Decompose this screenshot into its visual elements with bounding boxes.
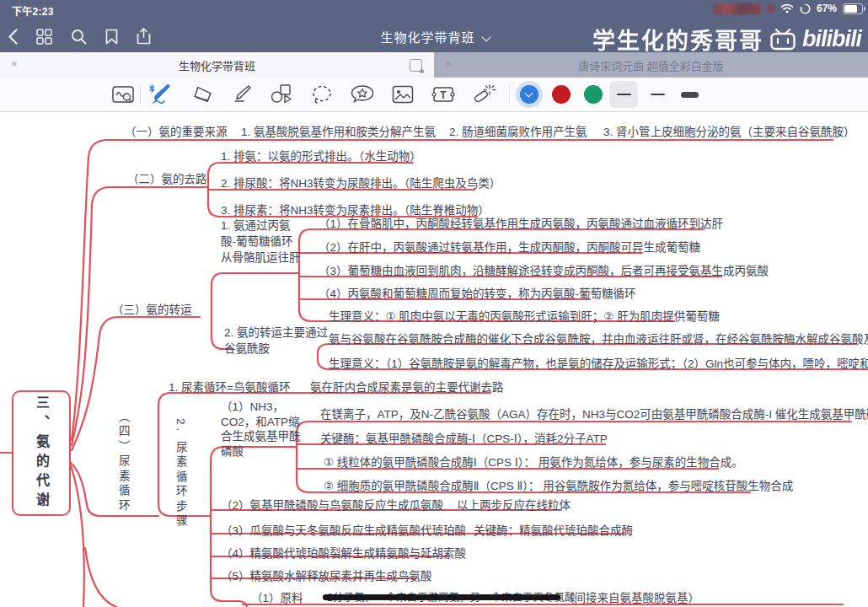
branch-3-detail: 氨与谷氨酸在谷氨酰胺合成酶的催化下合成谷氨酰胺，并由血液运往肝或肾，在经谷氨酰胺… [329, 330, 868, 346]
branch-4-step: （1）NH3，CO2，和ATP缩合生成氨基甲酰磷酸 [221, 400, 310, 459]
highlighter-tool[interactable] [226, 78, 256, 111]
branch-3-detail: （3）葡萄糖由血液回到肌肉，沿糖酵解途径转变成丙酮酸，后者可再接受氨基生成丙氨酸 [319, 261, 769, 278]
notes-app-window: 下午2:23 67% [0, 0, 868, 607]
branch-4-sub2: 2. 尿素循环步骤 [174, 418, 186, 529]
branch-4-note: 关键酶：精氨酸代琥珀酸合成酶 [474, 521, 633, 538]
clock: 下午2:23 [12, 3, 54, 18]
branch-4-note: （间接来自氨基酸脱氨基） [563, 588, 699, 605]
branch-3-detail: 生理意义：① 肌肉中氨以无毒的丙氨酸形式运输到肝；② 肝为肌肉提供葡萄糖 [329, 307, 720, 324]
branch-4-note: 氨在肝内合成尿素是氨的主要代谢去路 [310, 378, 504, 395]
tab-label: 生物化学带背班 [179, 57, 255, 73]
page-manager-icon[interactable] [410, 59, 422, 72]
branch-4-step: （3）瓜氨酸与天冬氨酸反应生成精氨酸代琥珀酸 [221, 521, 466, 538]
blurred-recording-badge [714, 3, 761, 14]
text-tool[interactable]: T [428, 78, 458, 111]
branch-2-item: 1. 排氨：以氨的形式排出。（水生动物） [221, 147, 421, 164]
branch-4-note: 以上两步反应在线粒体 [457, 496, 571, 513]
bilibili-wordmark: bilibili [802, 26, 861, 52]
branch-4-step: （2）氨基甲酰磷酸与鸟氨酸反应生成瓜氨酸 [221, 496, 443, 513]
lasso-tool[interactable] [307, 78, 337, 111]
root-label: 三、氨的代谢 [31, 395, 51, 512]
thickness-medium[interactable] [642, 78, 672, 111]
image-tool[interactable] [388, 78, 418, 111]
zoom-writer-tool[interactable] [108, 78, 138, 111]
branch-3-label: （三）氨的转运 [112, 300, 192, 317]
orientation-lock-icon [800, 3, 811, 14]
sticker-tool[interactable] [347, 78, 378, 111]
drawing-toolbar: T [0, 78, 868, 112]
branch-4-detail: ② 细胞质的氨甲酰磷酸合成酶Ⅱ（CPS Ⅱ）： 用谷氨酰胺作为氮给体，参与嘧啶核… [324, 476, 793, 493]
branch-2-item: 2. 排尿酸：将NH3转变为尿酸排出。（陆生爬虫及鸟类） [221, 174, 501, 191]
shapes-tool[interactable] [266, 78, 297, 111]
bluetooth-icon [150, 85, 154, 93]
watermark-text: 学生化的秀哥哥 [592, 23, 764, 56]
branch-1-item: 3. 肾小管上皮细胞分泌的氨（主要来自谷氨酰胺） [603, 122, 855, 139]
branch-3-detail: 生理意义：（1）谷氨酰胺是氨的解毒产物，也是氨的储存及运输形式；（2）Gln也可… [329, 354, 868, 371]
branch-2-label: （二）氨的去路 [127, 169, 207, 186]
streamer-watermark: 学生化的秀哥哥 bilibili [592, 23, 861, 56]
bilibili-tv-icon [770, 29, 796, 51]
branch-3-detail: （2）在肝中，丙氨酸通过转氨基作用，生成丙酮酸，丙酮酸可异生成葡萄糖 [319, 238, 700, 255]
pen-tool-active[interactable] [145, 78, 175, 111]
tab-active[interactable]: × 生物化学带背班 [0, 52, 434, 78]
recording-dot-icon [767, 5, 774, 13]
branch-4-detail: ① 线粒体的氨甲酰磷酸合成酶Ⅰ（CPS Ⅰ）： 用氨作为氮给体，参与尿素的生物合… [324, 453, 743, 470]
branch-4-item: 1. 尿素循环=鸟氨酸循环 [169, 378, 290, 395]
branch-4-step: （5）精氨酸水解释放尿素并再生成鸟氨酸 [221, 567, 432, 583]
battery-icon [843, 3, 863, 14]
branch-3-detail: （1）在骨骼肌中，丙酮酸经转氨基作用生成丙氨酸，丙氨酸通过血液循环到达肝 [319, 214, 723, 231]
close-tab-icon[interactable]: × [445, 58, 452, 69]
branch-1-item: 2. 肠道细菌腐败作用产生氨 [449, 122, 587, 139]
color-green[interactable] [578, 78, 608, 111]
svg-text:T: T [440, 89, 447, 101]
branch-4-detail: 关键酶：氨基甲酰磷酸合成酶-Ⅰ（CPS-Ⅰ），消耗2分子ATP [320, 429, 608, 446]
color-blue-selected[interactable] [514, 78, 544, 111]
branch-3-sub2: 2. 氨的转运主要通过谷氨酰胺 [224, 325, 330, 357]
branch-1-label: （一）氨的重要来源 [125, 122, 228, 139]
mindmap-root-node: 三、氨的代谢 [12, 390, 71, 516]
chevron-down-icon [524, 89, 533, 98]
thickness-thick[interactable] [674, 78, 705, 111]
branch-4-item: （1）原料 [251, 588, 303, 605]
branch-4-detail: 在镁离子，ATP，及N-乙酰谷氨酸（AGA）存在时，NH3与CO2可由氨基甲酰磷… [320, 405, 868, 422]
laser-pointer-tool[interactable] [469, 78, 499, 111]
document-title: 生物化学带背班 [380, 30, 474, 45]
tab-label: 唐诗宋词元曲 超值全彩白金版 [578, 57, 724, 73]
chevron-down-icon [481, 32, 490, 41]
branch-3-sub1: 1. 氨通过丙氨酸-葡萄糖循环从骨骼肌运往肝 [221, 218, 303, 266]
thickness-thin-selected[interactable] [608, 78, 639, 111]
wifi-icon [780, 3, 794, 13]
color-red[interactable] [546, 78, 576, 111]
eraser-tool[interactable] [187, 78, 217, 111]
branch-4-label: （四）尿素循环 [116, 411, 129, 514]
tab-bar: × 生物化学带背班 × 唐诗宋词元曲 超值全彩白金版 [0, 52, 868, 78]
battery-percent: 67% [817, 3, 837, 14]
branch-1-item: 1. 氨基酸脱氨基作用和胺类分解产生氨 [241, 122, 436, 139]
tab-inactive[interactable]: × 唐诗宋词元曲 超值全彩白金版 [434, 52, 868, 78]
close-tab-icon[interactable]: × [11, 58, 18, 69]
branch-3-detail: （4）丙氨酸和葡萄糖周而复始的转变，称为丙氨酸-葡萄糖循环 [319, 284, 636, 301]
branch-4-step: （4）精氨酸代琥珀酸裂解生成精氨酸与延胡索酸 [221, 544, 466, 561]
note-canvas[interactable]: 三、氨的代谢 （一）氨的重要来源 1. 氨基酸脱氨基作用和胺类分解产生氨 2. … [0, 111, 868, 607]
black-strikethrough [323, 594, 560, 600]
status-bar: 下午2:23 67% [0, 0, 868, 19]
